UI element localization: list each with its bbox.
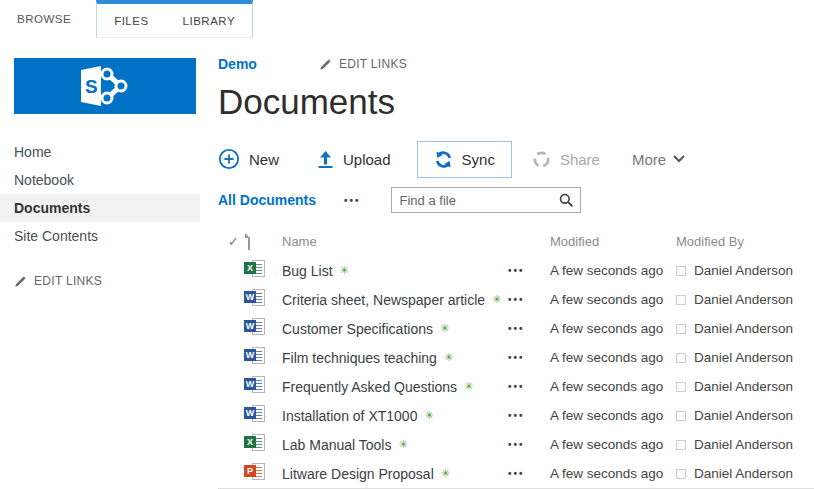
modified-by-name[interactable]: Daniel Anderson [694, 437, 793, 452]
page-title: Documents [218, 82, 814, 122]
upload-arrow-icon [317, 150, 334, 168]
tab-files[interactable]: FILES [97, 4, 165, 37]
row-ellipsis-menu[interactable]: ••• [508, 468, 542, 479]
new-item-icon: ✳ [424, 410, 433, 421]
column-header-modified[interactable]: Modified [542, 234, 664, 249]
file-link[interactable]: Installation of XT1000 [282, 408, 417, 424]
search-input[interactable] [392, 188, 580, 212]
tab-library[interactable]: LIBRARY [166, 4, 253, 37]
view-all-documents[interactable]: All Documents [218, 192, 316, 208]
presence-indicator [676, 324, 686, 334]
row-ellipsis-menu[interactable]: ••• [508, 294, 542, 305]
modified-cell: A few seconds ago [542, 321, 664, 336]
site-link-demo[interactable]: Demo [218, 56, 257, 72]
modified-cell: A few seconds ago [542, 263, 664, 278]
modified-by-cell: Daniel Anderson [664, 350, 814, 365]
sidebar-edit-links-label: EDIT LINKS [34, 274, 102, 288]
table-row[interactable]: W Criteria sheet, Newspaper article ✳ ••… [218, 285, 814, 314]
more-button-label: More [632, 151, 666, 168]
table-row[interactable]: P Litware Design Proposal ✳ ••• A few se… [218, 459, 814, 488]
sync-button-label: Sync [462, 151, 495, 168]
file-link[interactable]: Customer Specifications [282, 321, 433, 337]
modified-by-name[interactable]: Daniel Anderson [694, 263, 793, 278]
modified-by-cell: Daniel Anderson [664, 408, 814, 423]
modified-cell: A few seconds ago [542, 466, 664, 481]
sharepoint-logo[interactable]: S [14, 58, 196, 114]
presence-indicator [676, 266, 686, 276]
top-edit-links-label: EDIT LINKS [339, 57, 407, 71]
sharepoint-logo-icon: S [73, 65, 137, 107]
modified-cell: A few seconds ago [542, 292, 664, 307]
tab-browse[interactable]: BROWSE [0, 0, 88, 38]
plus-circle-icon [218, 148, 240, 170]
presence-indicator [676, 353, 686, 363]
upload-button-label: Upload [343, 151, 391, 168]
sidebar-nav: Home Notebook Documents Site Contents [0, 138, 200, 250]
select-all-checkmark[interactable]: ✓ [218, 234, 244, 249]
document-list: X Bug List ✳ ••• A few seconds ago Danie… [218, 256, 814, 489]
column-header-modified-by[interactable]: Modified By [664, 234, 814, 249]
row-ellipsis-menu[interactable]: ••• [508, 323, 542, 334]
sidebar-item-home[interactable]: Home [0, 138, 200, 166]
main-content: Demo EDIT LINKS Documents New [200, 38, 814, 489]
new-item-icon: ✳ [340, 265, 349, 276]
file-type-icon: W [244, 376, 266, 394]
search-icon[interactable] [559, 193, 574, 208]
sidebar-edit-links[interactable]: EDIT LINKS [0, 274, 200, 288]
table-row[interactable]: W Customer Specifications ✳ ••• A few se… [218, 314, 814, 343]
row-ellipsis-menu[interactable]: ••• [508, 381, 542, 392]
modified-by-cell: Daniel Anderson [664, 466, 814, 481]
presence-indicator [676, 440, 686, 450]
modified-by-cell: Daniel Anderson [664, 263, 814, 278]
file-link[interactable]: Lab Manual Tools [282, 437, 391, 453]
file-type-icon: P [244, 463, 266, 481]
sync-button[interactable]: Sync [417, 141, 512, 178]
modified-by-name[interactable]: Daniel Anderson [694, 350, 793, 365]
file-link[interactable]: Criteria sheet, Newspaper article [282, 292, 485, 308]
file-type-icon: W [244, 405, 266, 423]
modified-cell: A few seconds ago [542, 350, 664, 365]
view-options-ellipsis[interactable]: ••• [344, 195, 361, 206]
table-row[interactable]: X Bug List ✳ ••• A few seconds ago Danie… [218, 256, 814, 285]
presence-indicator [676, 469, 686, 479]
table-row[interactable]: W Frequently Asked Questions ✳ ••• A few… [218, 372, 814, 401]
modified-by-name[interactable]: Daniel Anderson [694, 408, 793, 423]
file-link[interactable]: Frequently Asked Questions [282, 379, 457, 395]
top-edit-links[interactable]: EDIT LINKS [319, 57, 407, 71]
new-button[interactable]: New [218, 148, 279, 170]
file-link[interactable]: Bug List [282, 263, 333, 279]
new-item-icon: ✳ [440, 323, 449, 334]
file-link[interactable]: Litware Design Proposal [282, 466, 434, 482]
table-row[interactable]: X Lab Manual Tools ✳ ••• A few seconds a… [218, 430, 814, 459]
column-header-name[interactable]: Name [276, 234, 508, 249]
upload-button[interactable]: Upload [317, 150, 391, 168]
modified-by-name[interactable]: Daniel Anderson [694, 321, 793, 336]
file-link[interactable]: Film techniques teaching [282, 350, 437, 366]
modified-by-name[interactable]: Daniel Anderson [694, 379, 793, 394]
new-item-icon: ✳ [464, 381, 473, 392]
toolbar: New Upload Sync [218, 140, 814, 178]
sidebar-item-documents[interactable]: Documents [0, 194, 200, 222]
table-row[interactable]: W Installation of XT1000 ✳ ••• A few sec… [218, 401, 814, 430]
row-ellipsis-menu[interactable]: ••• [508, 410, 542, 421]
pencil-icon [319, 58, 332, 71]
share-button-label: Share [560, 151, 600, 168]
file-type-icon: W [244, 347, 266, 365]
sidebar-item-site-contents[interactable]: Site Contents [0, 222, 200, 250]
row-ellipsis-menu[interactable]: ••• [508, 439, 542, 450]
sidebar-item-notebook[interactable]: Notebook [0, 166, 200, 194]
row-ellipsis-menu[interactable]: ••• [508, 352, 542, 363]
ribbon-tab-bar: BROWSE FILES LIBRARY [0, 0, 814, 38]
modified-by-name[interactable]: Daniel Anderson [694, 466, 793, 481]
modified-by-cell: Daniel Anderson [664, 379, 814, 394]
table-header: ✓ Name Modified Modified By [218, 226, 814, 256]
modified-by-name[interactable]: Daniel Anderson [694, 292, 793, 307]
row-ellipsis-menu[interactable]: ••• [508, 265, 542, 276]
presence-indicator [676, 295, 686, 305]
sync-icon [434, 150, 453, 169]
share-button[interactable]: Share [532, 150, 600, 169]
modified-cell: A few seconds ago [542, 379, 664, 394]
more-button[interactable]: More [632, 151, 685, 168]
table-row[interactable]: W Film techniques teaching ✳ ••• A few s… [218, 343, 814, 372]
file-type-icon: X [244, 434, 266, 452]
